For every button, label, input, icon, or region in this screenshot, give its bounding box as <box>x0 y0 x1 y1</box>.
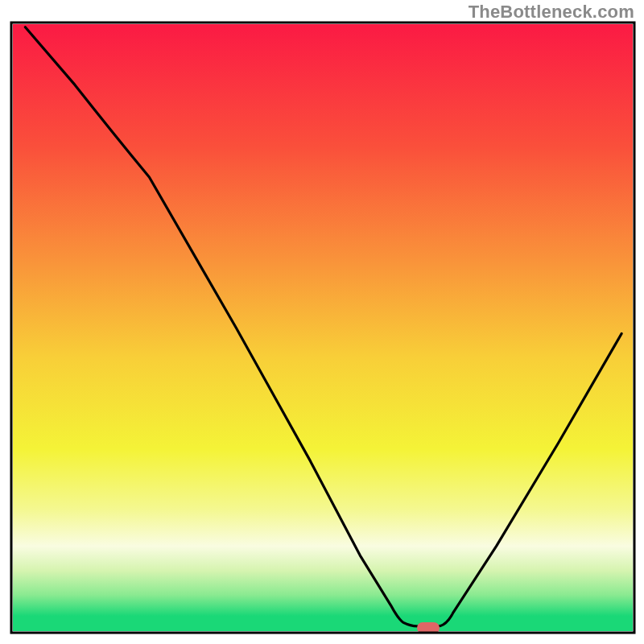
chart-svg <box>0 0 644 644</box>
plot-background <box>13 24 633 631</box>
bottleneck-chart: TheBottleneck.com <box>0 0 644 644</box>
attribution-text: TheBottleneck.com <box>469 2 634 23</box>
